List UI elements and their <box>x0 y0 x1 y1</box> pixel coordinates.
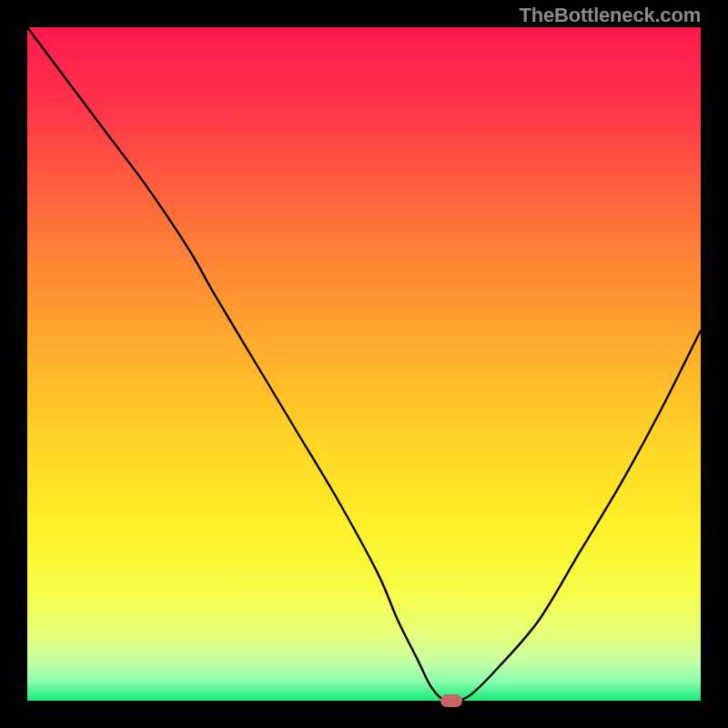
minimum-point-marker <box>440 694 462 707</box>
gradient-background <box>27 27 701 701</box>
watermark-text: TheBottleneck.com <box>519 4 701 27</box>
chart-frame: TheBottleneck.com <box>0 0 728 728</box>
plot-area <box>27 27 701 701</box>
bottleneck-chart <box>27 27 701 701</box>
